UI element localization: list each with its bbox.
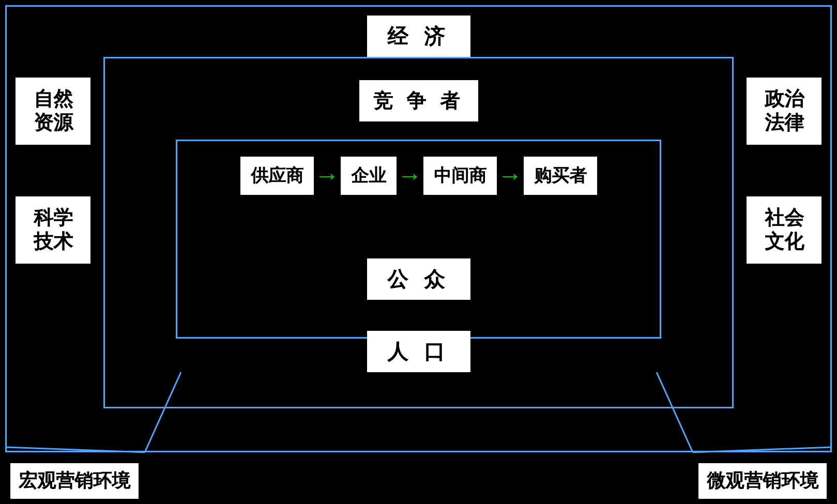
chain-middleman: 中间商: [423, 157, 497, 195]
chain-enterprise: 企业: [341, 157, 397, 195]
label-micro-env: 微观营销环境: [698, 463, 827, 499]
label-shehui: 社会文化: [747, 196, 821, 264]
label-macro-env: 宏观营销环境: [10, 463, 139, 499]
diagram-container: 经 济 竞 争 者 自然资源 政治法律 科学技术 社会文化 公 众 人 口 供应…: [0, 0, 837, 504]
label-renkou: 人 口: [367, 331, 470, 372]
label-zhengzhi: 政治法律: [747, 78, 821, 145]
label-jingji: 经 济: [367, 16, 470, 57]
arrow-3: →: [498, 163, 523, 188]
arrow-2: →: [398, 163, 422, 188]
arrow-1: →: [315, 163, 340, 188]
supply-chain: 供应商 → 企业 → 中间商 → 购买者: [184, 147, 653, 204]
label-kexue: 科学技术: [16, 196, 90, 264]
label-gongzhong: 公 众: [367, 258, 470, 300]
chain-buyer: 购买者: [524, 157, 597, 195]
label-ziran: 自然资源: [16, 78, 90, 145]
label-jingzhengzhe: 竞 争 者: [359, 80, 478, 121]
chain-supplier: 供应商: [240, 157, 314, 195]
